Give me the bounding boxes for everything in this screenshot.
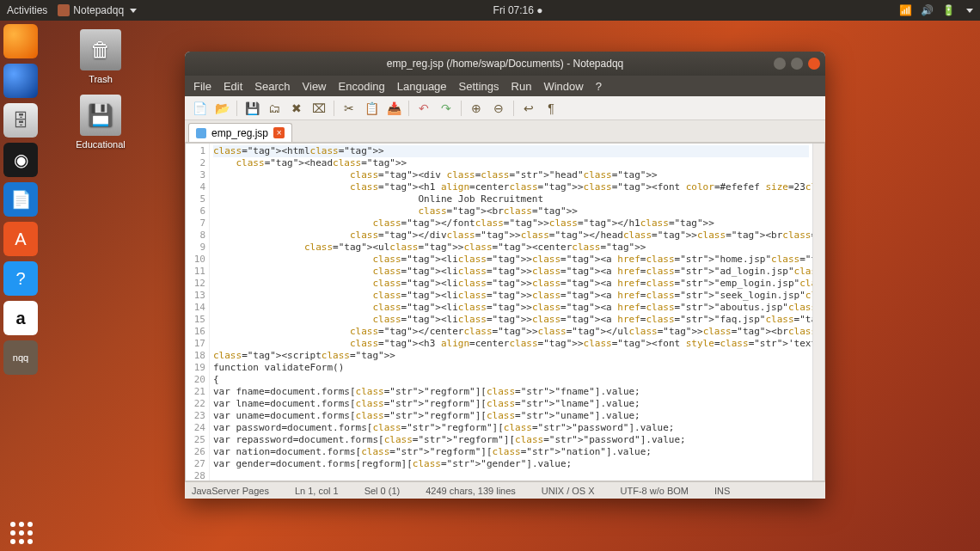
tab-bar: emp_reg.jsp × — [185, 120, 825, 143]
file-icon — [196, 128, 206, 138]
app-menu-label: Notepadqq — [73, 4, 124, 16]
toolbar-wordwrap[interactable]: ↩ — [519, 99, 538, 118]
dock-show-apps[interactable] — [10, 522, 33, 544]
dock-item-notepadqq[interactable]: nqq — [3, 340, 38, 375]
notepadqq-window: emp_reg.jsp (/home/swap/Documents) - Not… — [185, 52, 825, 499]
vertical-scrollbar[interactable] — [812, 144, 824, 481]
status-language: JavaServer Pages — [192, 486, 269, 496]
desktop-icon-educational[interactable]: 💾 Educational — [70, 95, 131, 150]
toolbar-separator — [408, 101, 409, 116]
toolbar-paste[interactable]: 📥 — [384, 99, 403, 118]
toolbar-close-all[interactable]: ⌧ — [309, 99, 328, 118]
system-menu-chevron-icon[interactable] — [966, 9, 973, 13]
menu-view[interactable]: View — [303, 80, 327, 93]
toolbar-save[interactable]: 💾 — [242, 99, 261, 118]
menu-help[interactable]: ? — [596, 80, 602, 93]
dock-item-thunderbird[interactable] — [3, 64, 38, 98]
toolbar-undo[interactable]: ↶ — [414, 99, 433, 118]
code-area[interactable]: class="tag"><htmlclass="tag">> class="ta… — [210, 144, 812, 481]
dock-item-amazon[interactable]: a — [3, 301, 38, 335]
tab-label: emp_reg.jsp — [211, 127, 268, 139]
menu-encoding[interactable]: Encoding — [339, 80, 385, 93]
tab-close-button[interactable]: × — [273, 127, 285, 138]
activities-button[interactable]: Activities — [7, 4, 47, 16]
volume-icon[interactable]: 🔊 — [921, 4, 934, 16]
menu-search[interactable]: Search — [254, 80, 290, 93]
toolbar-show-symbols[interactable]: ¶ — [542, 99, 560, 118]
wifi-icon[interactable]: 📶 — [899, 4, 912, 16]
desktop-icon-trash[interactable]: 🗑 Trash — [70, 29, 131, 84]
toolbar-separator — [236, 101, 237, 116]
editor[interactable]: 1234567891011121314151617181920212223242… — [185, 143, 825, 481]
app-menu-icon — [58, 4, 70, 16]
status-selection: Sel 0 (1) — [364, 486, 401, 496]
menu-window[interactable]: Window — [543, 80, 583, 93]
toolbar-copy[interactable]: 📋 — [362, 99, 381, 118]
gnome-top-panel: Activities Notepadqq Fri 07:16 ● 📶 🔊 🔋 — [0, 0, 980, 21]
toolbar-separator — [461, 101, 462, 116]
tab-emp-reg[interactable]: emp_reg.jsp × — [188, 123, 292, 142]
dock-item-rhythmbox[interactable]: ◉ — [3, 143, 38, 177]
trash-icon: 🗑 — [80, 29, 121, 70]
window-title: emp_reg.jsp (/home/swap/Documents) - Not… — [185, 58, 825, 70]
toolbar-zoom-out[interactable]: ⊖ — [489, 99, 508, 118]
toolbar-open[interactable]: 📂 — [212, 99, 231, 118]
status-bar: JavaServer Pages Ln 1, col 1 Sel 0 (1) 4… — [185, 481, 825, 499]
battery-icon[interactable]: 🔋 — [942, 4, 955, 16]
menu-file[interactable]: File — [193, 80, 211, 93]
status-insert-mode: INS — [714, 486, 730, 496]
line-number-gutter: 1234567891011121314151617181920212223242… — [186, 144, 210, 481]
window-titlebar[interactable]: emp_reg.jsp (/home/swap/Documents) - Not… — [185, 52, 825, 76]
menu-edit[interactable]: Edit — [224, 80, 242, 93]
window-close-button[interactable] — [808, 58, 820, 70]
toolbar-redo[interactable]: ↷ — [437, 99, 456, 118]
dock-item-software[interactable]: A — [3, 222, 38, 256]
menu-settings[interactable]: Settings — [459, 80, 499, 93]
dock-item-files[interactable]: 🗄 — [3, 103, 38, 138]
toolbar-new[interactable]: 📄 — [190, 99, 209, 118]
desktop-icon-label: Trash — [70, 74, 131, 84]
clock[interactable]: Fri 07:16 ● — [137, 4, 899, 16]
status-eol: UNIX / OS X — [542, 486, 595, 496]
toolbar-save-all[interactable]: 🗂 — [265, 99, 284, 118]
menu-run[interactable]: Run — [511, 80, 532, 93]
menu-language[interactable]: Language — [397, 80, 447, 93]
status-chars: 4249 chars, 139 lines — [426, 486, 516, 496]
window-minimize-button[interactable] — [774, 58, 786, 70]
window-maximize-button[interactable] — [791, 58, 803, 70]
status-encoding: UTF-8 w/o BOM — [621, 486, 689, 496]
dock: 🗄 ◉ 📄 A ? a nqq — [0, 21, 41, 551]
toolbar-separator — [334, 101, 334, 116]
app-menu[interactable]: Notepadqq — [58, 4, 137, 16]
toolbar-cut[interactable]: ✂ — [340, 99, 358, 118]
dock-item-firefox[interactable] — [3, 24, 38, 58]
drive-icon: 💾 — [80, 95, 121, 136]
menu-bar: File Edit Search View Encoding Language … — [185, 76, 825, 96]
toolbar-close[interactable]: ✖ — [287, 99, 306, 118]
status-position: Ln 1, col 1 — [295, 486, 339, 496]
toolbar-separator — [513, 101, 514, 116]
dock-item-help[interactable]: ? — [3, 261, 38, 296]
chevron-down-icon — [130, 9, 137, 13]
desktop-icon-label: Educational — [70, 139, 131, 150]
toolbar-zoom-in[interactable]: ⊕ — [467, 99, 486, 118]
toolbar: 📄 📂 💾 🗂 ✖ ⌧ ✂ 📋 📥 ↶ ↷ ⊕ ⊖ ↩ ¶ — [185, 96, 825, 120]
dock-item-writer[interactable]: 📄 — [3, 182, 38, 217]
